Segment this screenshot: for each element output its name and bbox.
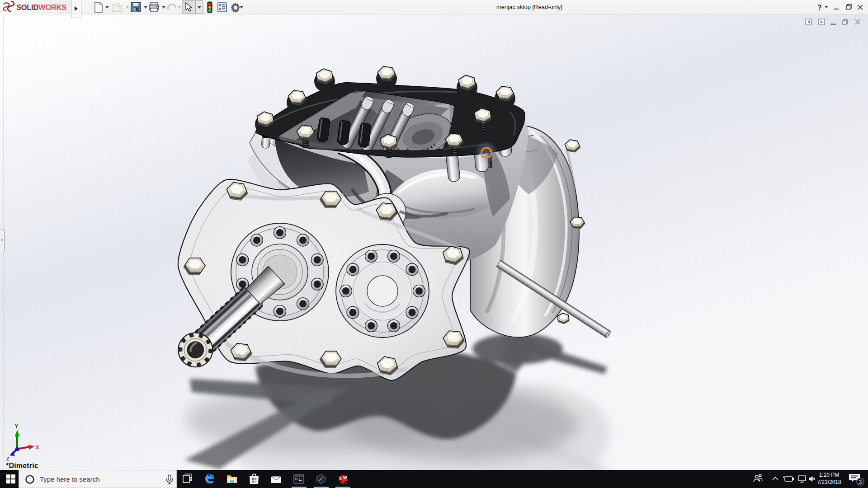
svg-text:S: S: [339, 476, 342, 481]
svg-text:W: W: [343, 475, 347, 480]
svg-text:2017: 2017: [341, 481, 348, 484]
svg-text:Z: Z: [6, 456, 9, 461]
svg-text:3: 3: [859, 479, 862, 485]
svg-text:?: ?: [817, 4, 822, 11]
svg-text:X: X: [36, 445, 39, 450]
svg-text:WORKS: WORKS: [38, 3, 66, 11]
svg-text:SOLID: SOLID: [16, 3, 38, 11]
svg-text:C:\: C:\: [295, 478, 301, 481]
svg-text:Y: Y: [14, 422, 19, 429]
